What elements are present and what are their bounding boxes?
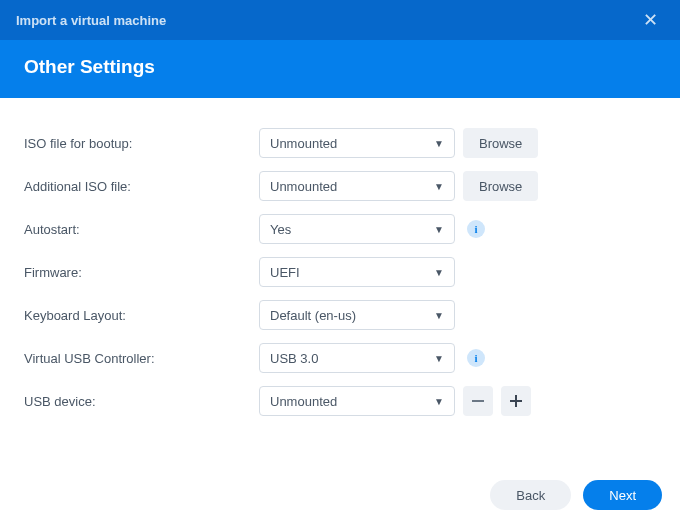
footer: Back Next <box>0 466 680 524</box>
browse-iso-additional-button[interactable]: Browse <box>463 171 538 201</box>
add-usb-device-button[interactable] <box>501 386 531 416</box>
label-autostart: Autostart: <box>24 222 259 237</box>
select-value: Unmounted <box>270 136 337 151</box>
label-iso-additional: Additional ISO file: <box>24 179 259 194</box>
label-keyboard: Keyboard Layout: <box>24 308 259 323</box>
select-value: Unmounted <box>270 179 337 194</box>
row-firmware: Firmware: UEFI ▼ <box>24 257 656 287</box>
row-keyboard: Keyboard Layout: Default (en-us) ▼ <box>24 300 656 330</box>
minus-icon <box>471 394 485 408</box>
plus-icon <box>509 394 523 408</box>
chevron-down-icon: ▼ <box>434 353 444 364</box>
row-iso-additional: Additional ISO file: Unmounted ▼ Browse <box>24 171 656 201</box>
select-autostart[interactable]: Yes ▼ <box>259 214 455 244</box>
row-iso-bootup: ISO file for bootup: Unmounted ▼ Browse <box>24 128 656 158</box>
select-iso-bootup[interactable]: Unmounted ▼ <box>259 128 455 158</box>
page-header: Other Settings <box>0 40 680 98</box>
page-title: Other Settings <box>24 56 656 78</box>
remove-usb-device-button[interactable] <box>463 386 493 416</box>
select-value: Unmounted <box>270 394 337 409</box>
back-button[interactable]: Back <box>490 480 571 510</box>
close-icon[interactable]: ✕ <box>637 5 664 35</box>
chevron-down-icon: ▼ <box>434 310 444 321</box>
info-icon[interactable]: i <box>467 220 485 238</box>
chevron-down-icon: ▼ <box>434 181 444 192</box>
info-icon[interactable]: i <box>467 349 485 367</box>
chevron-down-icon: ▼ <box>434 267 444 278</box>
svg-rect-0 <box>472 400 484 402</box>
row-usb-device: USB device: Unmounted ▼ <box>24 386 656 416</box>
select-value: Yes <box>270 222 291 237</box>
select-iso-additional[interactable]: Unmounted ▼ <box>259 171 455 201</box>
label-usb-controller: Virtual USB Controller: <box>24 351 259 366</box>
select-value: Default (en-us) <box>270 308 356 323</box>
label-iso-bootup: ISO file for bootup: <box>24 136 259 151</box>
titlebar: Import a virtual machine ✕ <box>0 0 680 40</box>
browse-iso-bootup-button[interactable]: Browse <box>463 128 538 158</box>
form-content: ISO file for bootup: Unmounted ▼ Browse … <box>0 98 680 439</box>
select-firmware[interactable]: UEFI ▼ <box>259 257 455 287</box>
svg-rect-2 <box>515 395 517 407</box>
label-usb-device: USB device: <box>24 394 259 409</box>
select-keyboard[interactable]: Default (en-us) ▼ <box>259 300 455 330</box>
chevron-down-icon: ▼ <box>434 138 444 149</box>
select-value: USB 3.0 <box>270 351 318 366</box>
chevron-down-icon: ▼ <box>434 396 444 407</box>
row-usb-controller: Virtual USB Controller: USB 3.0 ▼ i <box>24 343 656 373</box>
select-usb-device[interactable]: Unmounted ▼ <box>259 386 455 416</box>
row-autostart: Autostart: Yes ▼ i <box>24 214 656 244</box>
next-button[interactable]: Next <box>583 480 662 510</box>
select-value: UEFI <box>270 265 300 280</box>
label-firmware: Firmware: <box>24 265 259 280</box>
chevron-down-icon: ▼ <box>434 224 444 235</box>
window-title: Import a virtual machine <box>16 13 166 28</box>
select-usb-controller[interactable]: USB 3.0 ▼ <box>259 343 455 373</box>
